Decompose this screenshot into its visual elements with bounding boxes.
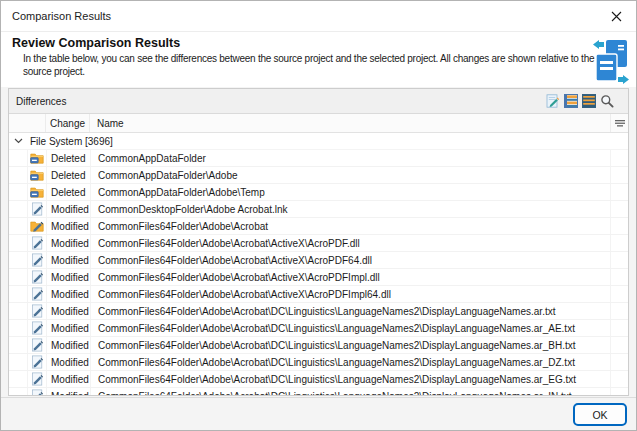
differences-toolbar xyxy=(546,94,614,108)
change-cell: Deleted xyxy=(47,184,91,200)
name-cell-text: CommonFiles64Folder\Adobe\Acrobat\DC\Lin… xyxy=(98,340,575,351)
change-cell: Modified xyxy=(47,286,91,302)
row-icon-cell xyxy=(28,337,47,353)
column-header-row: Change Name xyxy=(9,114,628,133)
file-modified-icon xyxy=(30,355,44,369)
row-icon-cell xyxy=(28,201,47,217)
row-gutter xyxy=(611,320,628,336)
name-cell-text: CommonFiles64Folder\Adobe\Acrobat\DC\Lin… xyxy=(98,357,575,368)
diff-row[interactable]: Deleted CommonAppDataFolder\Adobe\Temp xyxy=(9,184,628,201)
diff-row[interactable]: Modified CommonFiles64Folder\Adobe\Acrob… xyxy=(9,235,628,252)
diff-row[interactable]: Modified CommonFiles64Folder\Adobe\Acrob… xyxy=(9,320,628,337)
change-cell: Modified xyxy=(47,303,91,319)
name-cell-text: CommonAppDataFolder xyxy=(98,153,206,164)
row-icon-cell xyxy=(28,218,47,234)
change-cell: Modified xyxy=(47,201,91,217)
dialog-body: Differences Change Name File System [ xyxy=(1,87,636,397)
row-indent xyxy=(9,286,28,302)
group-row-file-system[interactable]: File System [3696] xyxy=(9,133,628,150)
name-cell: CommonFiles64Folder\Adobe\Acrobat\Active… xyxy=(91,286,611,302)
row-icon-cell xyxy=(28,286,47,302)
name-cell-text: CommonDesktopFolder\Adobe Acrobat.lnk xyxy=(98,204,288,215)
name-cell: CommonFiles64Folder\Adobe\Acrobat\DC\Lin… xyxy=(91,371,611,387)
row-gutter xyxy=(611,337,628,353)
change-cell-text: Modified xyxy=(51,357,89,368)
row-indent xyxy=(9,201,28,217)
diff-row[interactable]: Modified CommonFiles64Folder\Adobe\Acrob… xyxy=(9,252,628,269)
row-indent xyxy=(9,218,28,234)
column-sort-icon[interactable] xyxy=(614,119,626,128)
change-cell-text: Modified xyxy=(51,289,89,300)
diff-row[interactable]: Modified CommonFiles64Folder\Adobe\Acrob… xyxy=(9,269,628,286)
row-gutter xyxy=(611,286,628,302)
name-cell-text: CommonAppDataFolder\Adobe\Temp xyxy=(98,187,265,198)
diff-row[interactable]: Modified CommonFiles64Folder\Adobe\Acrob… xyxy=(9,218,628,235)
row-gutter xyxy=(611,167,628,183)
row-icon-cell xyxy=(28,235,47,251)
name-cell-text: CommonFiles64Folder\Adobe\Acrobat\DC\Lin… xyxy=(98,306,555,317)
name-cell-text: CommonFiles64Folder\Adobe\Acrobat xyxy=(98,221,268,232)
name-cell: CommonFiles64Folder\Adobe\Acrobat\DC\Lin… xyxy=(91,303,611,319)
name-cell-text: CommonFiles64Folder\Adobe\Acrobat\Active… xyxy=(98,289,391,300)
detail-view-icon[interactable] xyxy=(582,94,596,108)
edit-report-icon[interactable] xyxy=(546,94,560,108)
diff-row[interactable]: Modified CommonFiles64Folder\Adobe\Acrob… xyxy=(9,354,628,371)
folder-deleted-icon xyxy=(30,185,44,199)
close-button[interactable] xyxy=(604,5,628,27)
name-cell: CommonAppDataFolder\Adobe\Temp xyxy=(91,184,611,200)
diff-row[interactable]: Modified CommonFiles64Folder\Adobe\Acrob… xyxy=(9,371,628,388)
row-gutter xyxy=(611,218,628,234)
row-gutter xyxy=(611,201,628,217)
diff-row[interactable]: Modified CommonDesktopFolder\Adobe Acrob… xyxy=(9,201,628,218)
chevron-down-icon[interactable] xyxy=(14,138,24,144)
column-header-name[interactable]: Name xyxy=(90,114,611,132)
diff-row[interactable]: Modified CommonFiles64Folder\Adobe\Acrob… xyxy=(9,388,628,395)
row-icon-cell xyxy=(28,150,47,166)
ok-button-label: OK xyxy=(592,409,607,421)
name-cell: CommonFiles64Folder\Adobe\Acrobat\Active… xyxy=(91,235,611,251)
change-cell: Deleted xyxy=(47,150,91,166)
row-indent xyxy=(9,303,28,319)
row-icon-cell xyxy=(28,371,47,387)
row-indent xyxy=(9,235,28,251)
name-cell-text: CommonFiles64Folder\Adobe\Acrobat\Active… xyxy=(98,255,372,266)
name-cell: CommonFiles64Folder\Adobe\Acrobat\Active… xyxy=(91,269,611,285)
diff-row[interactable]: Deleted CommonAppDataFolder\Adobe xyxy=(9,167,628,184)
file-modified-icon xyxy=(30,202,44,216)
diff-row[interactable]: Modified CommonFiles64Folder\Adobe\Acrob… xyxy=(9,303,628,320)
row-gutter xyxy=(611,388,628,395)
change-cell: Modified xyxy=(47,269,91,285)
diff-row[interactable]: Modified CommonFiles64Folder\Adobe\Acrob… xyxy=(9,286,628,303)
file-modified-icon xyxy=(30,338,44,352)
row-gutter xyxy=(611,150,628,166)
file-modified-icon xyxy=(30,389,44,395)
row-icon-cell xyxy=(28,388,47,395)
row-indent xyxy=(9,269,28,285)
group-label: File System [3696] xyxy=(30,136,113,147)
file-modified-icon xyxy=(30,236,44,250)
change-cell-text: Modified xyxy=(51,374,89,385)
search-icon[interactable] xyxy=(600,94,614,108)
name-cell: CommonFiles64Folder\Adobe\Acrobat xyxy=(91,218,611,234)
dialog-header: Review Comparison Results In the table b… xyxy=(1,36,636,92)
row-gutter xyxy=(611,371,628,387)
row-icon-cell xyxy=(28,303,47,319)
grouped-view-icon[interactable] xyxy=(564,94,578,108)
change-cell: Deleted xyxy=(47,167,91,183)
row-indent xyxy=(9,354,28,370)
column-header-change[interactable]: Change xyxy=(46,114,90,132)
change-cell-text: Modified xyxy=(51,204,89,215)
row-indent xyxy=(9,371,28,387)
ok-button[interactable]: OK xyxy=(573,403,627,426)
diff-row[interactable]: Modified CommonFiles64Folder\Adobe\Acrob… xyxy=(9,337,628,354)
name-cell-text: CommonFiles64Folder\Adobe\Acrobat\Active… xyxy=(98,238,360,249)
change-cell-text: Modified xyxy=(51,238,89,249)
column-header-gutter xyxy=(611,114,628,132)
page-description: In the table below, you can see the diff… xyxy=(23,53,601,78)
column-header-change-label: Change xyxy=(50,118,85,129)
diff-row[interactable]: Deleted CommonAppDataFolder xyxy=(9,150,628,167)
column-header-lead xyxy=(9,114,46,132)
title-bar[interactable]: Comparison Results xyxy=(1,1,636,32)
row-icon-cell xyxy=(28,320,47,336)
row-gutter xyxy=(611,269,628,285)
